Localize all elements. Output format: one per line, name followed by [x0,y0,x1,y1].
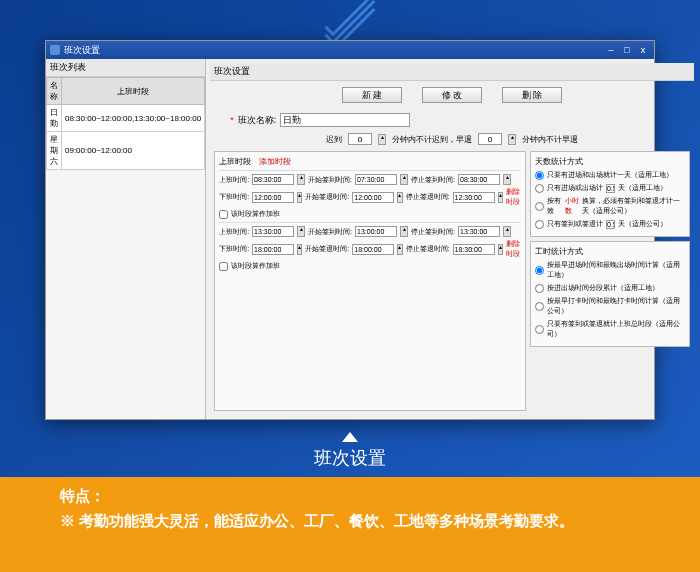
spinner-icon[interactable]: ▴ [397,244,402,255]
spinner-icon[interactable]: ▴ [297,244,302,255]
signout-end-input[interactable] [453,192,495,203]
col-name[interactable]: 名称 [47,78,62,105]
period-block: 上班时间: ▴ 开始签到时间: ▴ 停止签到时间: ▴ 下班时间: ▴ 开始签退… [219,170,521,222]
late-minutes-input[interactable] [348,133,372,145]
late-suffix: 分钟内不计迟到，早退 [392,134,472,145]
hours-opt3-radio[interactable] [535,302,544,311]
minimize-button[interactable]: – [604,45,618,55]
hours-opt1-radio[interactable] [535,266,544,275]
spinner-icon[interactable]: ▴ [297,192,302,203]
spinner-icon[interactable]: ▴ [397,192,402,203]
overtime-checkbox[interactable] [219,210,228,219]
spinner-icon[interactable]: ▴ [498,244,503,255]
period-block: 上班时间: ▴ 开始签到时间: ▴ 停止签到时间: ▴ 下班时间: ▴ 开始签退… [219,222,521,274]
early-minutes-input[interactable] [478,133,502,145]
spinner-icon[interactable]: ▴ [378,134,386,145]
shift-settings-window: 班次设置 – □ x 班次列表 名称 上班时段 日勤 08:30:00~12:0… [45,40,655,420]
signout-start-input[interactable] [352,244,394,255]
spinner-icon[interactable]: ▴ [498,192,503,203]
overtime-checkbox[interactable] [219,262,228,271]
delete-period-link[interactable]: 删除时段 [506,239,521,259]
caption-area: 班次设置 [0,432,700,470]
shift-name-input[interactable] [280,113,410,127]
hours-opt2-radio[interactable] [535,284,544,293]
spinner-icon[interactable]: ▴ [508,134,516,145]
day-stats-title: 天数统计方式 [535,156,685,167]
titlebar[interactable]: 班次设置 – □ x [46,41,654,59]
stats-opt1-radio[interactable] [535,171,544,180]
start-time-input[interactable] [252,174,294,185]
start-time-input[interactable] [252,226,294,237]
features-banner: 特点： ※ 考勤功能强大灵活，能适应办公、工厂、餐饮、工地等多种场景考勤要求。 [0,477,700,572]
end-time-input[interactable] [252,244,294,255]
delete-period-link[interactable]: 删除时段 [506,187,521,207]
hour-stats-box: 工时统计方式 按最早进场时间和最晚出场时间计算（适用工地） 按进出场时间分段累计… [530,241,690,347]
table-row[interactable]: 星期六 09:00:00~12:00:00 [47,132,205,170]
end-time-input[interactable] [252,192,294,203]
triangle-icon [342,432,358,442]
late-label: 迟到 [326,134,342,145]
add-period-link[interactable]: 添加时段 [259,156,291,167]
signin-end-input[interactable] [458,174,500,185]
hour-stats-title: 工时统计方式 [535,246,685,257]
delete-button[interactable]: 删 除 [502,87,562,103]
name-label: 班次名称: [238,114,277,127]
signin-start-input[interactable] [355,226,397,237]
new-button[interactable]: 新 建 [342,87,402,103]
features-title: 特点： [60,487,640,506]
spinner-icon[interactable]: ▴ [400,174,408,185]
required-mark: * [230,115,234,125]
periods-header: 上班时段 [219,156,251,167]
half-day-input[interactable] [606,184,615,193]
shift-table: 名称 上班时段 日勤 08:30:00~12:00:00,13:30:00~18… [46,77,205,170]
slide-caption: 班次设置 [0,446,700,470]
edit-button[interactable]: 修 改 [422,87,482,103]
stats-opt2-radio[interactable] [535,184,544,193]
close-button[interactable]: x [636,45,650,55]
early-suffix: 分钟内不计早退 [522,134,578,145]
col-time[interactable]: 上班时段 [62,78,205,105]
signout-end-input[interactable] [453,244,495,255]
signout-start-input[interactable] [352,192,394,203]
spinner-icon[interactable]: ▴ [297,174,305,185]
config-title: 班次设置 [210,63,694,81]
signin-end-input[interactable] [458,226,500,237]
stats-opt4-radio[interactable] [535,220,544,229]
time-periods-section: 上班时段 添加时段 上班时间: ▴ 开始签到时间: ▴ 停止签到时间: ▴ [214,151,526,411]
app-icon [50,45,60,55]
decorative-chevrons [320,5,380,29]
shift-list-panel: 班次列表 名称 上班时段 日勤 08:30:00~12:00:00,13:30:… [46,59,206,419]
spinner-icon[interactable]: ▴ [297,226,305,237]
half-day-input-2[interactable] [606,220,615,229]
window-title: 班次设置 [64,44,100,57]
hours-opt4-radio[interactable] [535,325,544,334]
features-desc: ※ 考勤功能强大灵活，能适应办公、工厂、餐饮、工地等多种场景考勤要求。 [60,510,640,531]
spinner-icon[interactable]: ▴ [503,174,511,185]
day-stats-box: 天数统计方式 只要有进场和出场就计一天（适用工地） 只有进场或出场计天（适用工地… [530,151,690,237]
shift-config-panel: 班次设置 新 建 修 改 删 除 * 班次名称: 迟到 ▴ 分钟内不计迟到，早退… [206,59,698,419]
table-row[interactable]: 日勤 08:30:00~12:00:00,13:30:00~18:00:00 [47,105,205,132]
stats-opt3-radio[interactable] [535,202,544,211]
spinner-icon[interactable]: ▴ [503,226,511,237]
signin-start-input[interactable] [355,174,397,185]
maximize-button[interactable]: □ [620,45,634,55]
shift-list-title: 班次列表 [46,59,205,77]
spinner-icon[interactable]: ▴ [400,226,408,237]
